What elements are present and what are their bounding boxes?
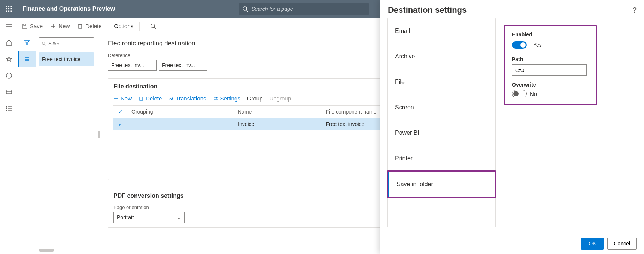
help-icon[interactable]: ?	[632, 6, 637, 15]
page-search-icon[interactable]	[146, 18, 162, 34]
col-checkbox[interactable]: ✓	[113, 106, 128, 118]
overwrite-label: Overwrite	[512, 82, 589, 88]
tab-printer[interactable]: Printer	[388, 146, 495, 171]
new-button[interactable]: New	[46, 18, 73, 34]
separator	[139, 22, 140, 31]
tab-email[interactable]: Email	[388, 18, 495, 44]
splitter-handle[interactable]	[97, 127, 100, 143]
svg-line-36	[45, 44, 46, 45]
save-label: Save	[30, 23, 43, 29]
svg-point-17	[6, 106, 7, 107]
tab-file[interactable]: File	[388, 69, 495, 95]
enabled-toggle[interactable]	[512, 41, 527, 49]
separator	[108, 22, 108, 31]
col-grouping[interactable]: Grouping	[128, 106, 234, 118]
svg-rect-8	[11, 11, 12, 12]
list-icon[interactable]	[0, 100, 18, 117]
svg-rect-27	[79, 25, 82, 28]
svg-rect-4	[8, 8, 9, 9]
star-icon[interactable]	[0, 51, 18, 67]
workspace-icon[interactable]	[0, 84, 18, 100]
tab-screen[interactable]: Screen	[388, 95, 495, 120]
svg-point-35	[42, 42, 45, 45]
enabled-label: Enabled	[512, 31, 589, 37]
hamburger-icon[interactable]	[0, 18, 18, 34]
save-button[interactable]: Save	[18, 18, 46, 34]
grid-delete-button[interactable]: Delete	[139, 95, 162, 102]
svg-rect-5	[11, 8, 12, 9]
svg-line-10	[246, 10, 248, 12]
lines-icon[interactable]	[18, 51, 36, 67]
grid-settings-button[interactable]: Settings	[213, 95, 240, 102]
svg-rect-3	[6, 8, 7, 9]
app-title: Finance and Operations Preview	[22, 6, 115, 12]
chevron-down-icon: ⌄	[177, 214, 181, 220]
grid-group-button[interactable]: Group	[247, 95, 263, 102]
svg-point-19	[6, 108, 7, 109]
overwrite-toggle[interactable]	[512, 90, 527, 97]
svg-rect-23	[22, 24, 27, 28]
cell-name[interactable]: Invoice	[234, 118, 322, 130]
panel-title: Destination settings	[388, 5, 467, 15]
options-button[interactable]: Options	[110, 18, 137, 34]
svg-rect-24	[24, 24, 26, 25]
filter-input[interactable]	[48, 41, 91, 46]
delete-button[interactable]: Delete	[73, 18, 105, 34]
svg-rect-6	[6, 11, 7, 12]
path-label: Path	[512, 56, 589, 62]
svg-point-21	[6, 110, 7, 111]
new-label: New	[58, 23, 70, 29]
home-icon[interactable]	[0, 34, 18, 51]
nav-item-label: Free text invoice	[42, 56, 80, 62]
destination-settings-panel: Destination settings ? Email Archive Fil…	[380, 0, 644, 254]
grid-new-button[interactable]: New	[113, 95, 132, 102]
tab-power-bi[interactable]: Power BI	[388, 120, 495, 146]
delete-label: Delete	[85, 23, 101, 29]
funnel-icon[interactable]	[18, 34, 36, 51]
global-search[interactable]	[239, 3, 369, 15]
cell-grouping[interactable]	[128, 118, 234, 130]
reference-value-0[interactable]: Free text inv...	[108, 60, 157, 71]
path-input[interactable]	[512, 64, 587, 76]
page-orientation-select[interactable]: Portrait ⌄	[113, 212, 185, 223]
options-label: Options	[114, 23, 134, 29]
svg-point-30	[151, 24, 155, 28]
grid-ungroup-button: Ungroup	[269, 95, 291, 102]
svg-rect-39	[140, 97, 143, 100]
svg-rect-0	[6, 6, 7, 7]
clock-icon[interactable]	[0, 67, 18, 84]
row-check-icon[interactable]: ✓	[118, 121, 123, 127]
cancel-button[interactable]: Cancel	[607, 238, 637, 250]
svg-point-9	[243, 7, 247, 10]
filter-input-wrap[interactable]	[39, 37, 94, 49]
ok-button[interactable]: OK	[581, 238, 604, 250]
grid-translations-button[interactable]: Translations	[168, 95, 206, 102]
nav-item-free-text-invoice[interactable]: Free text invoice	[39, 52, 94, 66]
svg-rect-2	[11, 6, 12, 7]
waffle-menu[interactable]	[0, 0, 18, 18]
svg-rect-7	[8, 11, 9, 12]
tab-archive[interactable]: Archive	[388, 44, 495, 69]
global-search-input[interactable]	[251, 6, 365, 12]
scrollbar-thumb[interactable]	[39, 249, 54, 252]
reference-value-1[interactable]: Free text inv...	[159, 60, 207, 71]
tab-save-in-folder[interactable]: Save in folder	[388, 172, 495, 197]
enabled-value[interactable]: Yes	[530, 40, 555, 50]
overwrite-value: No	[530, 91, 537, 97]
col-name[interactable]: Name	[234, 106, 322, 118]
svg-rect-1	[8, 6, 9, 7]
svg-line-31	[154, 27, 156, 29]
svg-rect-15	[6, 90, 12, 94]
